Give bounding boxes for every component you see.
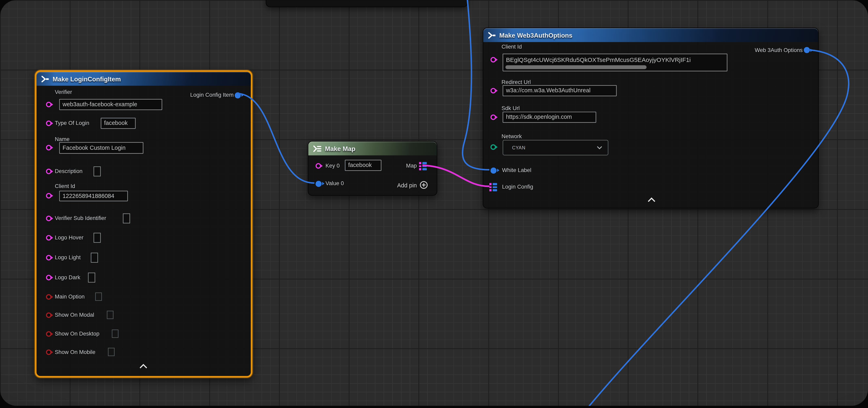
output-pin-label: Login Config Item bbox=[190, 92, 234, 99]
verifier-field[interactable]: web3auth-facebook-example bbox=[59, 99, 162, 110]
pin-label-key-0: Key 0 bbox=[326, 163, 340, 169]
input-pin-login-config[interactable] bbox=[489, 183, 497, 191]
logo-dark-field[interactable] bbox=[88, 273, 95, 282]
pin-label-type-of-login: Type Of Login bbox=[55, 120, 89, 127]
logo-hover-field[interactable] bbox=[94, 233, 101, 243]
input-pin-sdk-url[interactable] bbox=[491, 114, 496, 120]
node-header[interactable]: Make Web3AuthOptions bbox=[483, 28, 818, 42]
show-on-desktop-checkbox[interactable] bbox=[112, 330, 119, 338]
output-pin-label-map: Map bbox=[406, 163, 417, 169]
sdk-url-field[interactable]: https://sdk.openlogin.com bbox=[503, 112, 596, 123]
input-pin-white-label[interactable] bbox=[490, 167, 496, 173]
collapse-chevron-icon[interactable] bbox=[139, 364, 148, 369]
pin-label-verifier-sub-identifier: Verifier Sub Identifier bbox=[55, 215, 106, 222]
pin-label-redirect-url: Redirect Url bbox=[501, 79, 531, 86]
input-pin-value-0[interactable] bbox=[315, 180, 321, 186]
input-pin-main-option[interactable] bbox=[46, 294, 52, 300]
pin-label-login-config: Login Config bbox=[502, 183, 533, 190]
main-option-checkbox[interactable] bbox=[95, 293, 102, 301]
pin-label-value-0: Value 0 bbox=[326, 180, 344, 187]
pin-label-logo-dark: Logo Dark bbox=[55, 274, 80, 281]
blueprint-graph-canvas[interactable]: Make LoginConfigItem Login Config Item V… bbox=[0, 0, 868, 406]
input-pin-verifier[interactable] bbox=[46, 102, 52, 107]
add-pin-icon[interactable] bbox=[420, 181, 428, 189]
pin-label-white-label: White Label bbox=[502, 167, 531, 174]
type-of-login-field[interactable]: facebook bbox=[101, 118, 135, 129]
pin-label-sdk-url: Sdk Url bbox=[501, 105, 520, 112]
input-pin-logo-light[interactable] bbox=[46, 255, 52, 260]
description-field[interactable] bbox=[94, 166, 101, 176]
client-id-field[interactable]: BEglQSgt4cUWcj6SKRdu5QkOXTsePmMcusG5EAoy… bbox=[503, 54, 727, 71]
input-pin-network[interactable] bbox=[491, 144, 496, 150]
pin-label-logo-hover: Logo Hover bbox=[55, 234, 83, 241]
pin-label-network: Network bbox=[501, 133, 522, 140]
input-pin-show-on-desktop[interactable] bbox=[46, 331, 52, 337]
input-pin-type-of-login[interactable] bbox=[46, 121, 52, 126]
input-pin-show-on-modal[interactable] bbox=[46, 312, 52, 318]
node-title: Make Web3AuthOptions bbox=[499, 32, 572, 38]
output-pin-label-web3auth-options: Web 3Auth Options bbox=[755, 47, 803, 54]
collapse-chevron-icon[interactable] bbox=[647, 197, 656, 202]
output-pin-login-config-item[interactable] bbox=[235, 92, 241, 98]
node-make-map[interactable]: Make Map Key 0 facebook Map Value 0 Add … bbox=[308, 141, 437, 196]
pin-label-show-on-mobile: Show On Mobile bbox=[55, 349, 95, 355]
input-pin-show-on-mobile[interactable] bbox=[46, 349, 52, 355]
pin-label-client-id: Client Id bbox=[55, 183, 75, 190]
name-field[interactable]: Facebook Custom Login bbox=[59, 142, 143, 154]
client-id-field[interactable]: 1222658941886084 bbox=[59, 191, 128, 201]
key-0-field[interactable]: facebook bbox=[345, 160, 381, 171]
pin-label-name: Name bbox=[55, 136, 69, 143]
pin-label-client-id: Client Id bbox=[501, 44, 522, 50]
input-pin-logo-dark[interactable] bbox=[46, 275, 52, 280]
show-on-modal-checkbox[interactable] bbox=[107, 311, 114, 319]
node-make-loginconfigitem[interactable]: Make LoginConfigItem Login Config Item V… bbox=[35, 70, 252, 378]
pin-label-logo-light: Logo Light bbox=[55, 254, 81, 261]
make-struct-icon bbox=[41, 75, 49, 82]
input-pin-logo-hover[interactable] bbox=[46, 235, 52, 240]
node-make-web3authoptions[interactable]: Make Web3AuthOptions Web 3Auth Options C… bbox=[483, 28, 818, 208]
show-on-mobile-checkbox[interactable] bbox=[108, 348, 115, 356]
input-pin-description[interactable] bbox=[46, 169, 52, 174]
network-dropdown[interactable]: CYAN bbox=[503, 140, 609, 155]
input-pin-verifier-sub-identifier[interactable] bbox=[46, 216, 52, 221]
node-header[interactable]: Make LoginConfigItem bbox=[36, 72, 251, 86]
make-struct-icon bbox=[488, 32, 496, 38]
input-pin-key-0[interactable] bbox=[315, 163, 321, 169]
client-id-scrollbar[interactable] bbox=[505, 65, 647, 69]
client-id-value: BEglQSgt4cUWcj6SKRdu5QkOXTsePmMcusG5EAoy… bbox=[506, 57, 691, 63]
pin-label-description: Description bbox=[55, 168, 83, 175]
node-title: Make LoginConfigItem bbox=[53, 75, 121, 82]
output-pin-web3auth-options[interactable] bbox=[804, 47, 810, 53]
network-dropdown-value: CYAN bbox=[512, 145, 525, 150]
pin-label-main-option: Main Option bbox=[55, 294, 85, 300]
input-pin-client-id[interactable] bbox=[46, 193, 52, 199]
redirect-url-field[interactable]: w3a://com.w3a.Web3AuthUnreal bbox=[503, 85, 617, 96]
add-pin-button[interactable]: Add pin bbox=[397, 182, 417, 189]
logo-light-field[interactable] bbox=[91, 253, 98, 263]
node-title: Make Map bbox=[325, 145, 355, 152]
pin-label-show-on-desktop: Show On Desktop bbox=[55, 331, 99, 337]
input-pin-client-id[interactable] bbox=[491, 57, 496, 62]
pin-label-show-on-modal: Show On Modal bbox=[55, 312, 94, 318]
partial-node-top[interactable] bbox=[266, 0, 468, 7]
chevron-down-icon bbox=[597, 146, 602, 149]
make-map-icon bbox=[313, 145, 322, 152]
bottom-frame-bar bbox=[0, 406, 868, 408]
input-pin-redirect-url[interactable] bbox=[491, 88, 496, 93]
blueprint-editor: Make LoginConfigItem Login Config Item V… bbox=[0, 0, 868, 408]
verifier-sub-identifier-field[interactable] bbox=[123, 213, 130, 224]
pin-label-verifier: Verifier bbox=[55, 89, 72, 96]
node-header[interactable]: Make Map bbox=[308, 141, 437, 155]
output-pin-map[interactable] bbox=[419, 162, 427, 170]
input-pin-name[interactable] bbox=[46, 145, 52, 150]
